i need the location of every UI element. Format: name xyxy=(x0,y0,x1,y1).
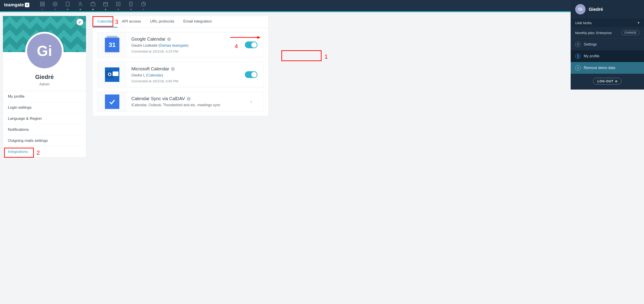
nav-chart-icon[interactable] xyxy=(137,0,150,11)
user-panel-header: Gi Giedrė xyxy=(571,0,644,18)
caldav-desc: iCalendar, Outlook, Thunderbird and etc.… xyxy=(131,103,234,107)
edit-cover-button[interactable] xyxy=(76,19,83,25)
database-icon: ≡ xyxy=(575,65,580,71)
svg-rect-0 xyxy=(40,2,42,3)
svg-point-4 xyxy=(53,2,57,6)
user-avatar: Gi xyxy=(575,4,586,14)
gear-icon: ⚙ xyxy=(575,42,580,47)
user-panel: Gi Giedrė UAB Mufta ▾ Monthly plan: Ente… xyxy=(571,0,644,89)
caldav-tile-icon xyxy=(105,94,119,109)
panel-item-remove-demo-label: Remove demo data xyxy=(584,66,615,70)
integration-caldav[interactable]: Calendar Sync via CalDAV i iCalendar, Ou… xyxy=(97,92,264,111)
chevron-right-icon[interactable]: › xyxy=(250,99,252,105)
annotation-2: 2 xyxy=(36,149,40,156)
svg-point-5 xyxy=(54,3,56,5)
gcal-toggle[interactable] xyxy=(245,41,258,48)
info-icon[interactable]: i xyxy=(171,67,175,71)
svg-marker-20 xyxy=(257,36,260,39)
side-item-language-region[interactable]: Language & Region xyxy=(3,113,86,124)
nav-attachment-icon[interactable] xyxy=(124,0,137,11)
brand-logo[interactable]: teamgate ✦ xyxy=(4,0,29,7)
change-plan-button[interactable]: CHANGE xyxy=(622,30,640,35)
panel-item-my-profile-label: My profile xyxy=(584,54,599,58)
logout-button[interactable]: LOG-OUT ⎋ xyxy=(593,78,622,85)
integration-tabs: Calendar API access URL protocols Email … xyxy=(93,16,268,28)
org-name: UAB Mufta xyxy=(575,21,592,25)
annotation-3: 3 xyxy=(115,18,118,25)
plan-label: Monthly plan: Enterprise xyxy=(575,31,612,35)
nav-dashboard-icon[interactable] xyxy=(36,0,49,11)
mscal-body: Microsoft Calendar i Giedre L (Calendar)… xyxy=(127,62,239,87)
nav-person-icon[interactable] xyxy=(74,0,87,11)
side-item-integrations[interactable]: Integrations xyxy=(3,146,86,157)
caldav-title: Calendar Sync via CalDAV i xyxy=(131,96,234,101)
tab-calendar[interactable]: Calendar xyxy=(93,16,117,27)
svg-rect-2 xyxy=(40,4,42,6)
side-item-login-settings[interactable]: Login settings xyxy=(3,102,86,113)
panel-item-my-profile[interactable]: 👤 My profile xyxy=(571,50,644,62)
gcal-calendar-link[interactable]: Darbas teamgate xyxy=(160,43,187,47)
annotation-1: 1 xyxy=(324,53,328,60)
side-item-my-profile[interactable]: My profile xyxy=(3,91,86,102)
mscal-toggle-wrap xyxy=(239,62,264,87)
mscal-toggle[interactable] xyxy=(245,71,258,78)
caldav-open: › xyxy=(239,92,264,111)
plan-row: Monthly plan: Enterprise CHANGE xyxy=(571,27,644,38)
side-item-outgoing-mails[interactable]: Outgoing mails settings xyxy=(3,135,86,146)
nav-download-icon[interactable] xyxy=(112,0,124,11)
svg-rect-1 xyxy=(43,2,44,3)
nav-target-icon[interactable] xyxy=(49,0,62,11)
nav-calendar-icon[interactable]: 1 xyxy=(99,0,112,11)
profile-cover: Gi xyxy=(3,16,86,52)
top-nav: 1 xyxy=(36,0,150,11)
profile-card: Gi Giedrė Admin My profile Login setting… xyxy=(3,16,86,158)
tab-url-protocols[interactable]: URL protocols xyxy=(146,16,179,27)
main-content: Gi Giedrė Admin My profile Login setting… xyxy=(0,11,644,162)
svg-rect-3 xyxy=(43,4,44,6)
chevron-down-icon: ▾ xyxy=(638,21,640,25)
gcal-icon: 31 xyxy=(98,32,127,57)
panel-item-remove-demo[interactable]: ≡ Remove demo data xyxy=(571,62,644,74)
annotation-4: 4 xyxy=(235,43,238,50)
nav-briefcase-icon[interactable] xyxy=(87,0,99,11)
side-item-notifications[interactable]: Notifications xyxy=(3,124,86,135)
avatar: Gi xyxy=(25,32,64,70)
gcal-title: Google Calendar i xyxy=(131,36,234,42)
accent-bar xyxy=(0,11,644,12)
logout-wrap: LOG-OUT ⎋ xyxy=(571,74,644,89)
org-selector[interactable]: UAB Mufta ▾ xyxy=(571,18,644,27)
panel-item-settings-label: Settings xyxy=(584,42,597,46)
info-icon[interactable]: i xyxy=(187,97,190,101)
svg-rect-12 xyxy=(91,3,95,6)
info-icon[interactable]: i xyxy=(167,37,171,41)
profile-side-menu: My profile Login settings Language & Reg… xyxy=(3,91,86,157)
caldav-icon xyxy=(98,92,127,111)
nav-building-icon[interactable] xyxy=(62,0,74,11)
integration-list: 31 Google Calendar i Giedrė Liutikaitė (… xyxy=(93,28,268,116)
logout-icon: ⎋ xyxy=(615,79,617,83)
top-bar: teamgate ✦ 1 xyxy=(0,0,644,11)
person-icon: 👤 xyxy=(575,53,580,59)
gcal-user: Giedrė Liutikaitė (Darbas teamgate) xyxy=(131,43,234,47)
outlook-tile-icon: O xyxy=(105,67,119,82)
mscal-calendar-link[interactable]: Calendar xyxy=(147,73,162,77)
caldav-body: Calendar Sync via CalDAV i iCalendar, Ou… xyxy=(127,92,239,111)
profile-name: Giedrė xyxy=(5,73,84,80)
mscal-connected-at: Connected at 10/1/18, 4:05 PM xyxy=(131,79,234,83)
integration-microsoft-calendar: O Microsoft Calendar i Giedre L (Calenda… xyxy=(97,62,264,87)
gcal-connected-at: Connected at 10/1/18, 4:23 PM xyxy=(131,49,234,53)
svg-rect-6 xyxy=(66,2,69,6)
avatar-initials: Gi xyxy=(37,43,52,59)
mscal-title: Microsoft Calendar i xyxy=(131,66,234,71)
panel-item-settings[interactable]: ⚙ Settings xyxy=(571,38,644,50)
brand-text: teamgate xyxy=(4,2,24,7)
tab-api-access[interactable]: API access xyxy=(117,16,146,27)
pencil-icon xyxy=(78,20,82,24)
gcal-body: Google Calendar i Giedrė Liutikaitė (Dar… xyxy=(127,32,239,57)
gcal-tile-icon: 31 xyxy=(105,38,119,52)
tab-email-integration[interactable]: Email integration xyxy=(179,16,216,27)
user-name: Giedrė xyxy=(589,7,603,12)
svg-point-11 xyxy=(80,2,81,4)
user-panel-menu: ⚙ Settings 👤 My profile ≡ Remove demo da… xyxy=(571,38,644,74)
mscal-user: Giedre L (Calendar) xyxy=(131,73,234,77)
